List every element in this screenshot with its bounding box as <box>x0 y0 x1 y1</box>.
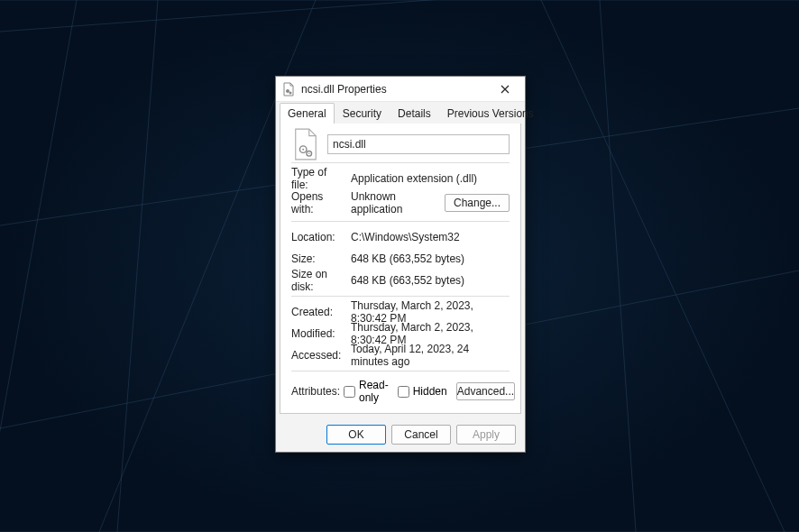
svg-point-10 <box>286 89 289 93</box>
svg-line-4 <box>117 0 158 532</box>
created-label: Created: <box>291 306 344 318</box>
divider <box>291 371 510 371</box>
svg-line-9 <box>541 0 785 532</box>
ok-button[interactable]: OK <box>326 425 386 445</box>
accessed-value: Today, April 12, 2023, 24 minutes ago <box>351 343 510 368</box>
size-on-disk-label: Size on disk: <box>291 268 344 293</box>
svg-line-3 <box>0 0 77 532</box>
readonly-checkbox[interactable]: Read-only <box>344 379 389 404</box>
size-on-disk-value: 648 KB (663,552 bytes) <box>351 274 510 287</box>
advanced-button[interactable]: Advanced... <box>456 382 515 400</box>
divider <box>291 296 510 297</box>
modified-label: Modified: <box>291 327 344 340</box>
hidden-checkbox-input[interactable] <box>398 386 409 398</box>
titlebar[interactable]: ncsi.dll Properties <box>276 77 525 102</box>
opens-with-label: Opens with: <box>291 190 344 216</box>
tab-strip: General Security Details Previous Versio… <box>276 103 525 124</box>
opens-with-value: Unknown application <box>351 190 437 216</box>
properties-dialog: ncsi.dll Properties General Security Det… <box>275 76 526 453</box>
tab-content-general: Type of file: Application extension (.dl… <box>280 123 521 414</box>
close-button[interactable] <box>491 78 519 100</box>
type-label: Type of file: <box>291 166 344 191</box>
location-value: C:\Windows\System32 <box>351 231 510 243</box>
apply-button[interactable]: Apply <box>456 425 516 445</box>
window-title: ncsi.dll Properties <box>301 83 485 96</box>
cancel-button[interactable]: Cancel <box>391 425 451 445</box>
readonly-checkbox-input[interactable] <box>344 386 355 398</box>
dialog-footer: OK Cancel Apply <box>276 417 525 452</box>
tab-details[interactable]: Details <box>390 103 439 124</box>
readonly-label: Read-only <box>359 379 389 404</box>
filename-input[interactable] <box>327 134 510 154</box>
type-value: Application extension (.dll) <box>351 172 510 185</box>
svg-point-14 <box>302 148 304 150</box>
location-label: Location: <box>291 231 344 243</box>
divider <box>291 221 510 222</box>
divider <box>291 162 510 163</box>
large-file-icon <box>291 126 320 162</box>
svg-line-5 <box>600 0 636 532</box>
accessed-label: Accessed: <box>291 349 344 362</box>
size-label: Size: <box>291 252 344 265</box>
tab-security[interactable]: Security <box>335 103 390 124</box>
tab-previous-versions[interactable]: Previous Versions <box>439 103 542 124</box>
attributes-label: Attributes: <box>291 385 344 398</box>
size-value: 648 KB (663,552 bytes) <box>351 252 510 265</box>
file-icon <box>281 82 296 96</box>
tab-general[interactable]: General <box>280 103 335 124</box>
svg-line-2 <box>0 0 799 32</box>
change-button[interactable]: Change... <box>445 194 510 212</box>
svg-point-15 <box>308 152 310 154</box>
hidden-checkbox[interactable]: Hidden <box>398 379 447 404</box>
svg-point-11 <box>289 91 292 94</box>
hidden-label: Hidden <box>413 385 447 398</box>
